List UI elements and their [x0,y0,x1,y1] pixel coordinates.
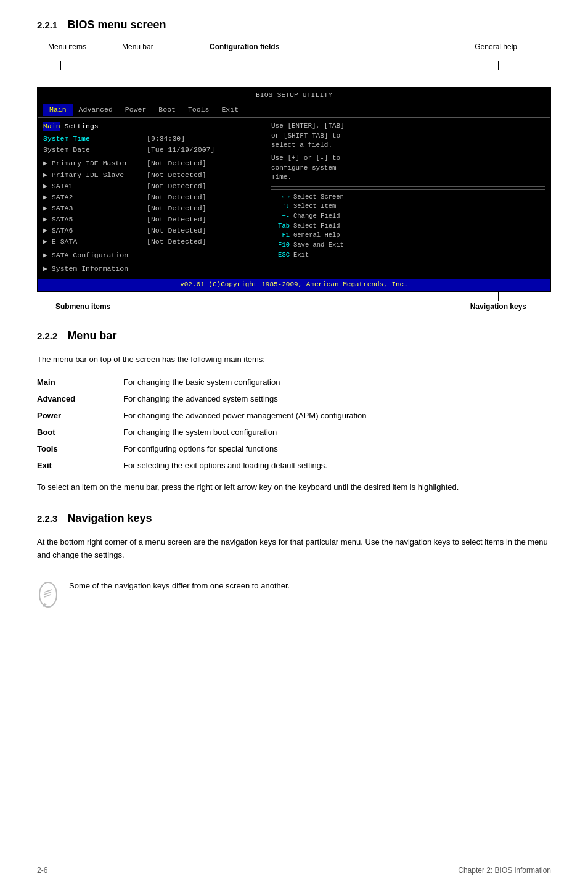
bios-sata1-value: [Not Detected] [147,181,206,191]
label-menu-bar: Menu bar [122,43,153,51]
bios-nav-f10: F10 Save and Exit [271,241,545,250]
bios-menu-main[interactable]: Main [43,104,73,116]
label-menu-items: Menu items [48,43,86,51]
section-223-title: 2.2.3 Navigation keys [37,512,551,525]
section-222-num: 2.2.2 [37,331,57,341]
menu-table-row-exit: Exit For selecting the exit options and … [37,457,551,474]
bios-sata5-label: ▶ SATA5 [43,215,142,225]
note-box: Some of the navigation keys differ from … [37,572,551,621]
bios-nav-key-f1: F1 [271,231,290,240]
menu-table-row-main: Main For changing the basic system confi… [37,374,551,390]
menu-table-row-tools: Tools For configuring options for specia… [37,440,551,457]
bios-menu-boot[interactable]: Boot [152,104,182,116]
section-222-heading: Menu bar [67,329,116,342]
bios-sata6-value: [Not Detected] [147,226,206,236]
bios-nav-keys: ←→ Select Screen ↑↓ Select Item +- Chang… [271,189,545,260]
section-223: 2.2.3 Navigation keys At the bottom righ… [37,512,551,621]
bios-system-time-row: System Time [9:34:30] [43,134,261,144]
bios-nav-key-tab: Tab [271,221,290,231]
bios-sysinfo-label: ▶ System Information [43,264,142,274]
bios-section-header: Main Settings [43,122,261,131]
bios-nav-desc-f1: General Help [293,231,340,240]
note-text: Some of the navigation keys differ from … [69,580,290,592]
bios-body: Main Settings System Time [9:34:30] Syst… [38,118,550,279]
bios-nav-screen: ←→ Select Screen [271,192,545,202]
menu-bar-intro: The menu bar on top of the screen has th… [37,353,551,366]
bios-nav-esc: ESC Exit [271,250,545,260]
bios-ide-row-1: ▶ Primary IDE Slave [Not Detected] [43,170,261,180]
menu-item-desc-tools: For configuring options for special func… [123,440,551,457]
bios-system-time-label: System Time [43,134,142,144]
svg-line-1 [44,590,52,592]
bios-help-text: Use [ENTER], [TAB] or [SHIFT-TAB] to sel… [271,122,545,182]
menu-table-row-boot: Boot For changing the system boot config… [37,424,551,440]
bios-title: BIOS SETUP UTILITY [256,91,332,99]
section-221: 2.2.1 BIOS menu screen Menu items Menu b… [37,19,551,311]
bios-nav-f1: F1 General Help [271,231,545,240]
bios-nav-key-esc: ESC [271,250,290,260]
menu-item-name-exit: Exit [37,457,123,474]
bios-nav-key-f10: F10 [271,241,290,250]
menu-table-row-power: Power For changing the advanced power ma… [37,407,551,424]
menu-bar-table: Main For changing the basic system confi… [37,374,551,474]
bios-nav-change: +- Change Field [271,212,545,221]
section-221-heading: BIOS menu screen [67,19,166,31]
label-general-help: General help [475,43,517,51]
bios-nav-key-pm: +- [271,212,290,221]
bios-sata-config-row: ▶ SATA Configuration [43,250,261,260]
bios-sata3-row: ▶ SATA3 [Not Detected] [43,204,261,213]
nav-keys-body: At the bottom right corner of a menu scr… [37,536,551,562]
bios-sata1-row: ▶ SATA1 [Not Detected] [43,181,261,191]
pencil-icon [37,581,59,608]
menu-item-name-advanced: Advanced [37,390,123,407]
bios-nav-item: ↑↓ Select Item [271,202,545,211]
page-footer: 2-6 Chapter 2: BIOS information [37,866,551,875]
bios-sata6-row: ▶ SATA6 [Not Detected] [43,226,261,236]
menu-item-name-power: Power [37,407,123,424]
bios-ide-label-0: ▶ Primary IDE Master [43,159,142,168]
bios-screen: BIOS SETUP UTILITY Main Advanced Power B… [37,87,551,292]
bios-sata2-row: ▶ SATA2 [Not Detected] [43,192,261,202]
bios-sata2-label: ▶ SATA2 [43,192,142,202]
menu-item-name-tools: Tools [37,440,123,457]
section-221-num: 2.2.1 [37,20,57,30]
bios-menu-advanced[interactable]: Advanced [73,104,119,116]
chapter-label: Chapter 2: BIOS information [458,866,551,875]
bios-system-time-value: [9:34:30] [147,134,185,144]
bios-menu-bar-row: Main Advanced Power Boot Tools Exit [38,102,550,118]
bios-help-line-3: select a field. [271,141,545,150]
bios-menu-tools[interactable]: Tools [182,104,216,116]
bios-menu-power[interactable]: Power [119,104,153,116]
note-icon [37,581,59,613]
section-222: 2.2.2 Menu bar The menu bar on top of th… [37,329,551,494]
bios-sata2-value: [Not Detected] [147,192,206,202]
bios-help-line-1: Use [ENTER], [TAB] [271,122,545,131]
bios-sata-config-label: ▶ SATA Configuration [43,250,142,260]
bios-ide-row-0: ▶ Primary IDE Master [Not Detected] [43,159,261,168]
bios-nav-desc-item: Select Item [293,202,336,211]
menu-item-name-main: Main [37,374,123,390]
bios-menu-exit[interactable]: Exit [215,104,245,116]
bios-nav-desc-tab: Select Field [293,221,340,231]
bios-nav-tab: Tab Select Field [271,221,545,231]
svg-line-3 [44,595,51,597]
section-222-title: 2.2.2 Menu bar [37,329,551,342]
bios-footer-text: v02.61 (C)Copyright 1985-2009, American … [180,281,408,288]
menu-item-desc-advanced: For changing the advanced system setting… [123,390,551,407]
bios-help-line-2: or [SHIFT-TAB] to [271,131,545,141]
bios-sata5-row: ▶ SATA5 [Not Detected] [43,215,261,225]
label-submenu-items: Submenu items [55,302,110,311]
section-223-num: 2.2.3 [37,513,57,524]
bios-diagram: Menu items Menu bar Configuration fields… [37,43,551,311]
bios-help-line-5: configure system [271,163,545,173]
svg-point-0 [39,582,57,607]
bios-sysinfo-row: ▶ System Information [43,264,261,274]
bios-nav-key-ud: ↑↓ [271,202,290,211]
bios-sata5-value: [Not Detected] [147,215,206,225]
bios-ide-value-0: [Not Detected] [147,159,206,168]
bios-nav-key-lr: ←→ [271,192,290,202]
bios-nav-desc-screen: Select Screen [293,192,344,202]
bios-esata-label: ▶ E-SATA [43,237,142,247]
bios-esata-value: [Not Detected] [147,237,206,247]
label-config-fields: Configuration fields [210,43,279,51]
